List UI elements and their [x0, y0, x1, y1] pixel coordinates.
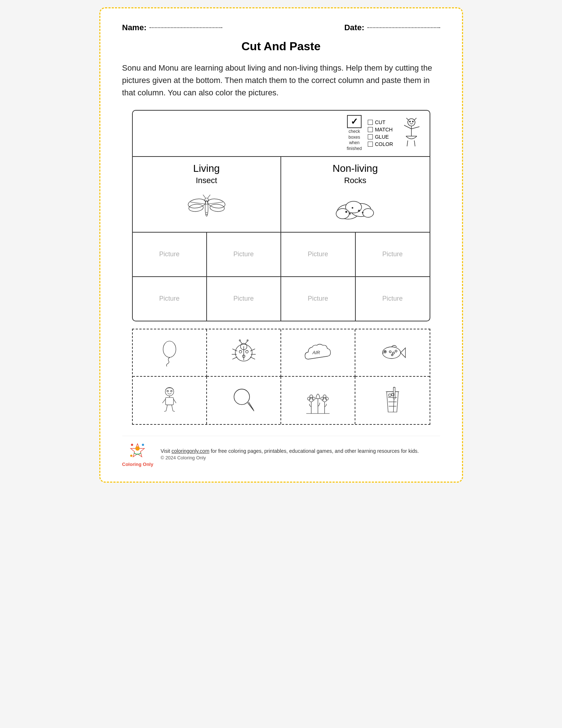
svg-line-20 [203, 195, 206, 198]
rocks-icon [330, 188, 381, 221]
svg-point-85 [325, 397, 328, 400]
checkbox-cut [368, 120, 373, 125]
nonliving-subtitle: Rocks [287, 176, 424, 185]
svg-point-81 [312, 397, 315, 400]
svg-point-79 [310, 395, 312, 397]
balloon-icon [155, 338, 184, 367]
page-title: Cut And Paste [122, 40, 440, 53]
svg-point-33 [352, 207, 353, 208]
svg-line-38 [232, 349, 237, 351]
checkbox-glue [368, 134, 373, 139]
boy-icon [155, 386, 184, 415]
svg-point-51 [247, 340, 248, 341]
picture-row-2: Picture Picture Picture Picture [133, 277, 430, 321]
drink-cup-icon [378, 386, 407, 415]
svg-point-34 [163, 341, 176, 357]
picture-cell-2: Picture [207, 233, 280, 276]
svg-line-72 [247, 403, 254, 411]
svg-point-98 [142, 444, 144, 446]
living-subtitle: Insect [139, 176, 275, 185]
svg-point-71 [234, 389, 250, 405]
main-box: ✓ check boxes when finished CUT [132, 110, 430, 321]
description-text: Sonu and Monu are learning about living … [122, 62, 440, 99]
svg-line-1 [406, 118, 408, 120]
svg-point-31 [358, 210, 360, 211]
cut-section: AIR [132, 329, 430, 425]
svg-point-53 [382, 347, 400, 359]
flowers-icon [303, 386, 332, 415]
step-color: COLOR [368, 141, 393, 147]
svg-line-18 [190, 202, 207, 204]
svg-line-5 [411, 127, 419, 129]
svg-line-70 [173, 411, 175, 411]
svg-line-67 [166, 405, 167, 411]
check-label: check [348, 129, 360, 134]
categories-row: Living Insect [133, 157, 430, 233]
svg-point-97 [131, 444, 133, 446]
svg-line-65 [162, 399, 166, 403]
cut-cell-air: AIR [281, 329, 355, 377]
steps-list: CUT MATCH GLUE COLOR [368, 119, 393, 147]
cut-cell-flowers [281, 377, 355, 424]
svg-line-41 [250, 349, 255, 351]
ladybug-icon [229, 338, 258, 367]
svg-line-8 [407, 141, 408, 146]
svg-line-19 [207, 202, 223, 204]
svg-line-66 [173, 399, 176, 403]
finished-label: finished [347, 146, 362, 151]
svg-point-27 [336, 209, 349, 219]
picture-cell-8: Picture [356, 277, 430, 321]
name-field: Name: [122, 23, 222, 32]
cut-cell-fish [355, 329, 430, 377]
header-row: Name: Date: [122, 23, 440, 32]
svg-rect-88 [393, 387, 395, 399]
right-half-1: Picture Picture [281, 233, 430, 276]
cut-cell-boy [133, 377, 207, 424]
step-match: MATCH [368, 127, 393, 132]
footer-visit: Visit coloringonly.com for free coloring… [160, 448, 419, 454]
picture-cell-5: Picture [133, 277, 207, 321]
svg-point-80 [307, 397, 310, 400]
picture-cell-1: Picture [133, 233, 207, 276]
date-label: Date: [344, 23, 364, 32]
svg-point-84 [321, 397, 324, 400]
picture-cell-4: Picture [356, 233, 430, 276]
footer-copyright: © 2024 Coloring Only [160, 455, 206, 460]
cut-cell-magnifier [207, 377, 281, 424]
svg-line-2 [414, 118, 416, 120]
step-glue: GLUE [368, 134, 393, 140]
instructions-row: ✓ check boxes when finished CUT [133, 111, 430, 157]
picture-cell-3: Picture [281, 233, 356, 276]
picture-cell-6: Picture [207, 277, 280, 321]
when-label: when [349, 140, 360, 145]
left-half-2: Picture Picture [133, 277, 281, 321]
svg-point-83 [323, 395, 326, 397]
cut-cell-balloon [133, 329, 207, 377]
svg-point-29 [346, 211, 347, 213]
checkbox-color [368, 142, 373, 147]
svg-point-0 [408, 119, 415, 126]
living-title: Living [139, 163, 275, 174]
dragonfly-icon [183, 188, 230, 225]
svg-line-69 [164, 411, 166, 411]
footer-link[interactable]: coloringonly.com [172, 448, 210, 454]
svg-line-9 [414, 141, 415, 146]
svg-point-99 [130, 455, 132, 457]
footer-logo: Coloring Only [122, 442, 154, 467]
picture-cell-7: Picture [281, 277, 356, 321]
step-cut: CUT [368, 119, 393, 125]
right-half-2: Picture Picture [281, 277, 430, 321]
date-field: Date: [344, 23, 440, 32]
boxes-label: boxes [348, 135, 360, 140]
svg-point-45 [246, 350, 248, 353]
magnifier-icon [229, 386, 258, 415]
svg-point-11 [412, 121, 413, 122]
nonliving-title: Non-living [287, 163, 424, 174]
svg-point-50 [239, 340, 240, 341]
svg-point-55 [384, 351, 386, 352]
air-cloud-icon: AIR [303, 338, 332, 367]
svg-point-28 [363, 209, 374, 217]
worksheet-page: Name: Date: Cut And Paste Sonu and Monu … [99, 7, 463, 483]
left-half-1: Picture Picture [133, 233, 281, 276]
footer-logo-text: Coloring Only [122, 462, 154, 467]
